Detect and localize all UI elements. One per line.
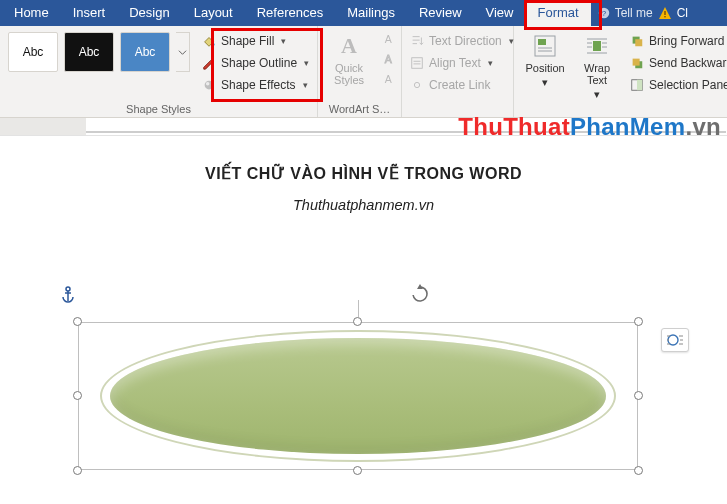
- shape-style-preset-1[interactable]: Abc: [8, 32, 58, 72]
- document-title: VIẾT CHỮ VÀO HÌNH VẼ TRONG WORD: [0, 164, 727, 183]
- shape-style-gallery[interactable]: Abc Abc Abc: [8, 32, 190, 72]
- tab-format[interactable]: Format: [525, 0, 590, 26]
- resize-handle-tl[interactable]: [73, 317, 82, 326]
- anchor-icon[interactable]: [60, 286, 76, 304]
- quick-styles-label: Quick Styles: [326, 62, 372, 86]
- quick-styles-button: A Quick Styles: [326, 32, 372, 86]
- resize-handle-b[interactable]: [353, 466, 362, 475]
- resize-handle-bl[interactable]: [73, 466, 82, 475]
- tell-me-label: Tell me: [615, 6, 653, 20]
- send-backward-label: Send Backward: [649, 56, 727, 70]
- svg-rect-11: [412, 58, 423, 69]
- text-fill-icon: A: [382, 32, 396, 46]
- group-title-wordart: WordArt S…: [326, 101, 393, 115]
- wrap-text-button[interactable]: Wrap Text▾: [574, 32, 620, 101]
- tab-mailings[interactable]: Mailings: [335, 0, 407, 26]
- resize-handle-t[interactable]: [353, 317, 362, 326]
- selection-pane-label: Selection Pane: [649, 78, 727, 92]
- shape-style-more-button[interactable]: [176, 32, 190, 72]
- tab-insert[interactable]: Insert: [61, 0, 118, 26]
- resize-handle-r[interactable]: [634, 391, 643, 400]
- horizontal-ruler[interactable]: [0, 118, 727, 136]
- selection-pane-button[interactable]: Selection Pane: [630, 76, 727, 94]
- svg-text:A: A: [385, 73, 392, 85]
- layout-options-icon: [666, 333, 684, 347]
- shape-outline-button[interactable]: Shape Outline ▾: [202, 54, 309, 72]
- dropdown-caret-icon: ▾: [303, 80, 308, 90]
- svg-point-5: [212, 43, 214, 45]
- position-button[interactable]: Position▾: [522, 32, 568, 89]
- rotate-handle[interactable]: [410, 284, 430, 304]
- svg-point-22: [66, 287, 70, 291]
- svg-rect-16: [635, 39, 642, 46]
- align-text-label: Align Text: [429, 56, 481, 70]
- shape-selection[interactable]: [78, 322, 638, 470]
- send-backward-button[interactable]: Send Backward: [630, 54, 727, 72]
- svg-rect-4: [664, 16, 665, 17]
- shape-fill-button[interactable]: Shape Fill ▾: [202, 32, 309, 50]
- position-label: Position: [525, 62, 564, 74]
- svg-rect-18: [633, 59, 640, 66]
- pen-icon: [202, 56, 216, 70]
- lightbulb-icon: ?: [597, 6, 611, 20]
- tell-me-search[interactable]: ? Tell me: [597, 6, 653, 20]
- ellipse-shape[interactable]: [110, 338, 606, 454]
- shape-fill-label: Shape Fill: [221, 34, 274, 48]
- group-text: Text Direction▾ Align Text▾ Create Link: [402, 26, 514, 117]
- tab-view[interactable]: View: [474, 0, 526, 26]
- tab-review[interactable]: Review: [407, 0, 474, 26]
- text-direction-label: Text Direction: [429, 34, 502, 48]
- tab-references[interactable]: References: [245, 0, 335, 26]
- warning-icon: [657, 5, 673, 21]
- tab-layout[interactable]: Layout: [182, 0, 245, 26]
- dropdown-caret-icon: ▾: [281, 36, 286, 46]
- shape-effects-button[interactable]: Shape Effects ▾: [202, 76, 309, 94]
- tab-design[interactable]: Design: [117, 0, 181, 26]
- svg-rect-14: [593, 41, 601, 51]
- create-link-label: Create Link: [429, 78, 490, 92]
- svg-point-7: [206, 82, 210, 86]
- layout-options-button[interactable]: [661, 328, 689, 352]
- selection-pane-icon: [630, 78, 644, 92]
- send-backward-icon: [630, 56, 644, 70]
- svg-rect-13: [538, 39, 546, 45]
- resize-handle-l[interactable]: [73, 391, 82, 400]
- link-icon: [410, 78, 424, 92]
- text-direction-button: Text Direction▾: [410, 32, 505, 50]
- create-link-button: Create Link: [410, 76, 505, 94]
- align-text-button: Align Text▾: [410, 54, 505, 72]
- resize-handle-br[interactable]: [634, 466, 643, 475]
- dropdown-caret-icon: ▾: [304, 58, 309, 68]
- shape-style-preset-2[interactable]: Abc: [64, 32, 114, 72]
- bring-forward-button[interactable]: Bring Forward: [630, 32, 727, 50]
- svg-text:A: A: [385, 33, 392, 45]
- svg-text:A: A: [385, 53, 392, 65]
- group-wordart-styles: A Quick Styles A A A WordArt S…: [318, 26, 402, 117]
- text-effects-icon: A: [382, 72, 396, 86]
- wrap-text-icon: [583, 32, 611, 60]
- group-shape-styles: Abc Abc Abc Shape Fill ▾ Shape Outline ▾: [0, 26, 318, 117]
- wrap-text-label: Wrap Text: [574, 62, 620, 86]
- document-canvas[interactable]: VIẾT CHỮ VÀO HÌNH VẼ TRONG WORD Thuthuat…: [0, 136, 727, 504]
- svg-point-6: [205, 81, 214, 90]
- svg-rect-3: [664, 11, 665, 15]
- wordart-a-icon: A: [335, 32, 363, 60]
- ribbon-tabbar: Home Insert Design Layout References Mai…: [0, 0, 727, 26]
- align-text-icon: [410, 56, 424, 70]
- position-icon: [531, 32, 559, 60]
- tab-home[interactable]: Home: [2, 0, 61, 26]
- group-arrange: Position▾ Wrap Text▾ Bring Forward Send …: [514, 26, 727, 117]
- effects-icon: [202, 78, 216, 92]
- resize-handle-tr[interactable]: [634, 317, 643, 326]
- shape-outline-label: Shape Outline: [221, 56, 297, 70]
- svg-rect-20: [637, 80, 642, 91]
- document-subtitle: Thuthuatphanmem.vn: [0, 197, 727, 213]
- bring-forward-label: Bring Forward: [649, 34, 724, 48]
- shape-style-preset-3[interactable]: Abc: [120, 32, 170, 72]
- text-outline-icon: A: [382, 52, 396, 66]
- truncated-text: Cl: [677, 6, 688, 20]
- ribbon: Abc Abc Abc Shape Fill ▾ Shape Outline ▾: [0, 26, 727, 118]
- group-title-shape-styles: Shape Styles: [8, 101, 309, 115]
- text-direction-icon: [410, 34, 424, 48]
- bring-forward-icon: [630, 34, 644, 48]
